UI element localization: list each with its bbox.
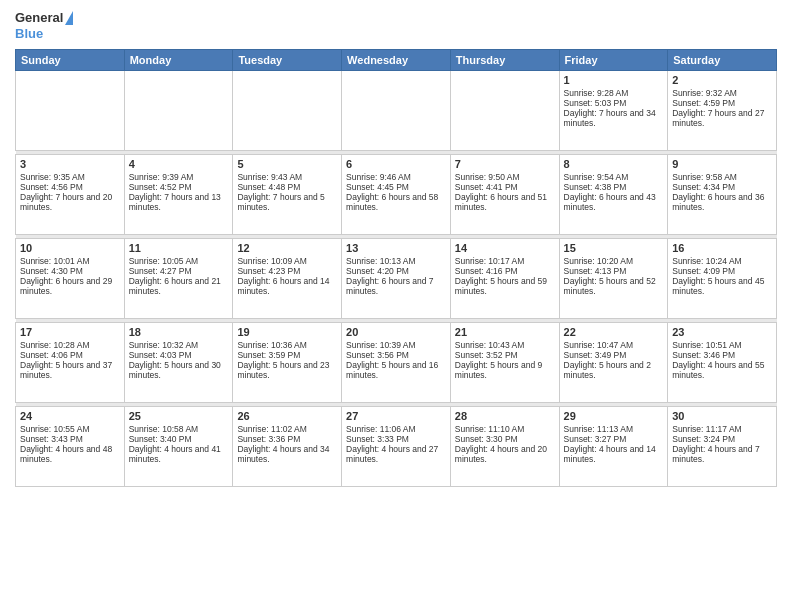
day-info: Sunset: 4:13 PM (564, 266, 664, 276)
day-info: Sunset: 4:52 PM (129, 182, 229, 192)
day-number: 2 (672, 74, 772, 86)
calendar-day-cell (16, 71, 125, 151)
calendar-day-cell: 30Sunrise: 11:17 AMSunset: 3:24 PMDaylig… (668, 407, 777, 487)
day-info: Daylight: 4 hours and 34 minutes. (237, 444, 337, 464)
day-info: Daylight: 5 hours and 16 minutes. (346, 360, 446, 380)
day-info: Sunset: 4:23 PM (237, 266, 337, 276)
day-info: Sunrise: 10:05 AM (129, 256, 229, 266)
calendar-day-cell: 23Sunrise: 10:51 AMSunset: 3:46 PMDaylig… (668, 323, 777, 403)
day-info: Sunset: 3:24 PM (672, 434, 772, 444)
calendar-day-header: Saturday (668, 50, 777, 71)
day-info: Sunset: 4:34 PM (672, 182, 772, 192)
day-info: Daylight: 7 hours and 27 minutes. (672, 108, 772, 128)
day-info: Daylight: 6 hours and 51 minutes. (455, 192, 555, 212)
calendar-day-header: Thursday (450, 50, 559, 71)
day-info: Sunset: 4:27 PM (129, 266, 229, 276)
day-info: Sunrise: 10:17 AM (455, 256, 555, 266)
day-number: 24 (20, 410, 120, 422)
calendar-day-header: Wednesday (342, 50, 451, 71)
day-info: Daylight: 6 hours and 43 minutes. (564, 192, 664, 212)
day-number: 23 (672, 326, 772, 338)
day-number: 14 (455, 242, 555, 254)
day-info: Sunrise: 9:35 AM (20, 172, 120, 182)
day-info: Sunset: 3:43 PM (20, 434, 120, 444)
day-info: Sunset: 3:59 PM (237, 350, 337, 360)
calendar-day-cell: 11Sunrise: 10:05 AMSunset: 4:27 PMDaylig… (124, 239, 233, 319)
day-number: 19 (237, 326, 337, 338)
day-number: 1 (564, 74, 664, 86)
day-info: Sunset: 4:59 PM (672, 98, 772, 108)
day-info: Sunrise: 11:06 AM (346, 424, 446, 434)
calendar-day-cell (233, 71, 342, 151)
day-info: Sunrise: 11:13 AM (564, 424, 664, 434)
day-info: Daylight: 7 hours and 20 minutes. (20, 192, 120, 212)
day-info: Sunrise: 10:28 AM (20, 340, 120, 350)
day-number: 5 (237, 158, 337, 170)
day-info: Sunrise: 10:58 AM (129, 424, 229, 434)
day-info: Daylight: 5 hours and 52 minutes. (564, 276, 664, 296)
day-info: Sunset: 4:48 PM (237, 182, 337, 192)
calendar-day-cell: 26Sunrise: 11:02 AMSunset: 3:36 PMDaylig… (233, 407, 342, 487)
calendar-day-cell: 14Sunrise: 10:17 AMSunset: 4:16 PMDaylig… (450, 239, 559, 319)
day-number: 13 (346, 242, 446, 254)
day-info: Sunset: 4:03 PM (129, 350, 229, 360)
day-info: Sunrise: 10:24 AM (672, 256, 772, 266)
day-info: Sunset: 3:56 PM (346, 350, 446, 360)
day-number: 26 (237, 410, 337, 422)
day-info: Daylight: 5 hours and 45 minutes. (672, 276, 772, 296)
day-number: 15 (564, 242, 664, 254)
calendar-day-header: Sunday (16, 50, 125, 71)
day-number: 17 (20, 326, 120, 338)
day-number: 30 (672, 410, 772, 422)
calendar-day-cell: 16Sunrise: 10:24 AMSunset: 4:09 PMDaylig… (668, 239, 777, 319)
day-info: Sunrise: 10:47 AM (564, 340, 664, 350)
calendar-table: SundayMondayTuesdayWednesdayThursdayFrid… (15, 49, 777, 487)
day-info: Sunrise: 10:01 AM (20, 256, 120, 266)
calendar-day-cell: 6Sunrise: 9:46 AMSunset: 4:45 PMDaylight… (342, 155, 451, 235)
day-info: Daylight: 6 hours and 36 minutes. (672, 192, 772, 212)
day-info: Daylight: 7 hours and 13 minutes. (129, 192, 229, 212)
calendar-day-cell: 12Sunrise: 10:09 AMSunset: 4:23 PMDaylig… (233, 239, 342, 319)
calendar-day-cell (124, 71, 233, 151)
day-number: 27 (346, 410, 446, 422)
day-info: Sunrise: 9:58 AM (672, 172, 772, 182)
calendar-day-cell: 15Sunrise: 10:20 AMSunset: 4:13 PMDaylig… (559, 239, 668, 319)
day-info: Sunset: 3:33 PM (346, 434, 446, 444)
calendar-day-cell: 7Sunrise: 9:50 AMSunset: 4:41 PMDaylight… (450, 155, 559, 235)
calendar-day-cell: 1Sunrise: 9:28 AMSunset: 5:03 PMDaylight… (559, 71, 668, 151)
day-info: Sunset: 4:45 PM (346, 182, 446, 192)
day-info: Sunset: 4:16 PM (455, 266, 555, 276)
day-info: Sunset: 4:38 PM (564, 182, 664, 192)
calendar-day-header: Monday (124, 50, 233, 71)
calendar-day-cell: 18Sunrise: 10:32 AMSunset: 4:03 PMDaylig… (124, 323, 233, 403)
calendar-day-header: Tuesday (233, 50, 342, 71)
day-number: 21 (455, 326, 555, 338)
day-info: Sunset: 4:09 PM (672, 266, 772, 276)
calendar-day-cell: 19Sunrise: 10:36 AMSunset: 3:59 PMDaylig… (233, 323, 342, 403)
day-info: Sunrise: 10:51 AM (672, 340, 772, 350)
calendar-day-cell: 10Sunrise: 10:01 AMSunset: 4:30 PMDaylig… (16, 239, 125, 319)
calendar-day-cell: 8Sunrise: 9:54 AMSunset: 4:38 PMDaylight… (559, 155, 668, 235)
day-info: Sunset: 3:52 PM (455, 350, 555, 360)
calendar-week-row: 10Sunrise: 10:01 AMSunset: 4:30 PMDaylig… (16, 239, 777, 319)
day-info: Sunset: 4:06 PM (20, 350, 120, 360)
day-info: Sunrise: 9:46 AM (346, 172, 446, 182)
day-info: Daylight: 7 hours and 34 minutes. (564, 108, 664, 128)
day-info: Sunrise: 10:36 AM (237, 340, 337, 350)
day-info: Sunrise: 9:39 AM (129, 172, 229, 182)
calendar-day-cell: 13Sunrise: 10:13 AMSunset: 4:20 PMDaylig… (342, 239, 451, 319)
day-number: 29 (564, 410, 664, 422)
day-info: Sunrise: 11:02 AM (237, 424, 337, 434)
day-info: Daylight: 5 hours and 37 minutes. (20, 360, 120, 380)
day-info: Sunset: 3:40 PM (129, 434, 229, 444)
day-info: Sunset: 3:36 PM (237, 434, 337, 444)
day-number: 28 (455, 410, 555, 422)
logo-triangle-icon (65, 11, 73, 25)
day-info: Sunrise: 9:43 AM (237, 172, 337, 182)
day-info: Daylight: 5 hours and 2 minutes. (564, 360, 664, 380)
calendar-day-cell: 2Sunrise: 9:32 AMSunset: 4:59 PMDaylight… (668, 71, 777, 151)
day-info: Daylight: 6 hours and 14 minutes. (237, 276, 337, 296)
day-number: 25 (129, 410, 229, 422)
calendar-week-row: 1Sunrise: 9:28 AMSunset: 5:03 PMDaylight… (16, 71, 777, 151)
calendar-day-cell (342, 71, 451, 151)
